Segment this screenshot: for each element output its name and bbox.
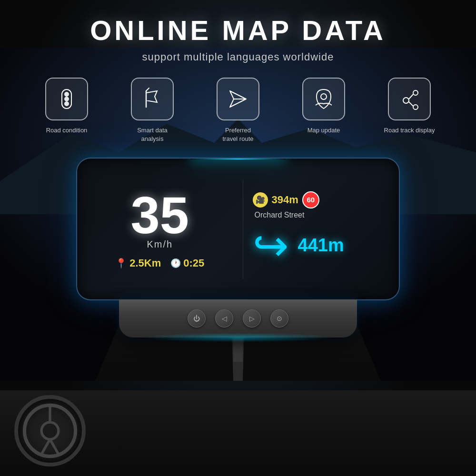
dashboard-bottom: 9 11 [0,390,476,476]
svg-point-11 [65,97,69,101]
nav-panel: 🎥 394m 60 Orchard Street ↪ 441m [243,184,399,274]
features-row: Road condition Smart dataanalysis [0,78,476,143]
svg-text:9 11: 9 11 [44,462,54,463]
page-title: ONLINE MAP DATA [0,14,476,46]
map-pin-icon [312,87,336,111]
road-track-icon-box [388,78,431,120]
speed-panel: 35 Km/h 📍 2.5Km 🕐 0:25 [77,179,243,279]
hud-screen: 35 Km/h 📍 2.5Km 🕐 0:25 🎥 394 [76,158,400,300]
screen-glow [190,158,286,159]
back-button[interactable]: ◁ [215,309,233,327]
hud-device-body: ⏻ ◁ ▷ ⊙ [119,299,357,337]
feature-road-track: Road track display [374,78,445,143]
svg-point-24 [41,422,59,439]
hud-container: 35 Km/h 📍 2.5Km 🕐 0:25 🎥 394 [0,158,476,337]
smart-data-icon-box [131,78,174,120]
distance-time-row: 📍 2.5Km 🕐 0:25 [115,257,204,269]
clock-icon: 🕐 [170,258,181,268]
svg-point-18 [403,98,409,103]
location-share-icon [397,87,421,111]
street-name: Orchard Street [255,211,390,219]
camera-icon: 🎥 [253,192,268,208]
svg-line-21 [409,94,413,99]
smart-data-label: Smart dataanalysis [137,126,168,143]
map-update-icon-box [302,78,345,120]
power-button[interactable]: ⏻ [188,309,206,327]
feature-map-update: Map update [288,78,359,143]
turn-arrow-container: ↪ 441m [253,224,390,267]
steering-wheel-svg: 9 11 [18,399,82,463]
settings-button[interactable]: ⊙ [270,309,288,327]
road-condition-icon-box [45,78,88,120]
road-track-label: Road track display [384,126,435,135]
camera-distance: 394m [272,194,298,206]
send-icon [226,87,250,111]
distance-value: 2.5Km [129,257,161,269]
page-subtitle: support multiple languages worldwide [0,51,476,63]
time-item: 🕐 0:25 [170,257,204,269]
steering-wheel: 9 11 [14,395,86,466]
feature-travel-route: Preferredtravel route [202,78,274,143]
turn-distance: 441m [298,235,344,256]
road-condition-label: Road condition [46,126,88,135]
svg-point-19 [413,90,418,95]
svg-point-12 [65,102,69,106]
time-value: 0:25 [183,257,204,269]
svg-point-17 [321,94,327,99]
main-scene: ONLINE MAP DATA support multiple languag… [0,0,476,476]
feature-road-condition: Road condition [31,78,102,143]
top-section: ONLINE MAP DATA support multiple languag… [0,0,476,143]
nav-top-row: 🎥 394m 60 [253,191,390,208]
feature-smart-data: Smart dataanalysis [117,78,188,143]
svg-point-20 [413,105,418,109]
traffic-light-icon [55,87,79,111]
flag-icon [140,87,164,111]
play-button[interactable]: ▷ [243,309,261,327]
travel-route-label: Preferredtravel route [222,126,253,143]
speed-limit-badge: 60 [302,191,319,208]
device-glow [143,333,333,342]
svg-line-26 [41,439,50,454]
location-icon: 📍 [115,258,127,269]
svg-point-10 [65,92,69,96]
svg-line-14 [146,88,149,91]
map-update-label: Map update [307,126,340,135]
speed-value: 35 [131,189,189,241]
svg-line-22 [409,102,413,106]
distance-item: 📍 2.5Km [115,257,161,269]
svg-line-27 [50,439,59,454]
speed-unit: Km/h [147,239,173,250]
travel-route-icon-box [217,78,259,120]
turn-arrow-icon: ↪ [253,224,288,267]
